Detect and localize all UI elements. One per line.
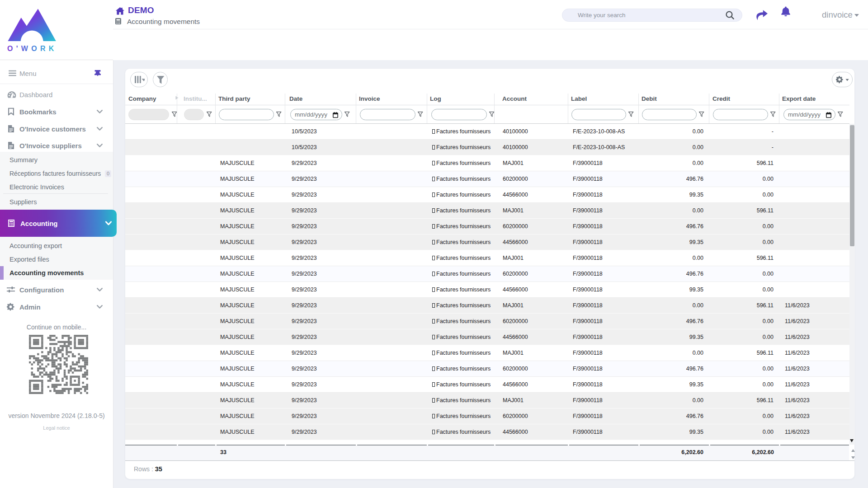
svg-text:O'WORK: O'WORK xyxy=(7,45,56,51)
